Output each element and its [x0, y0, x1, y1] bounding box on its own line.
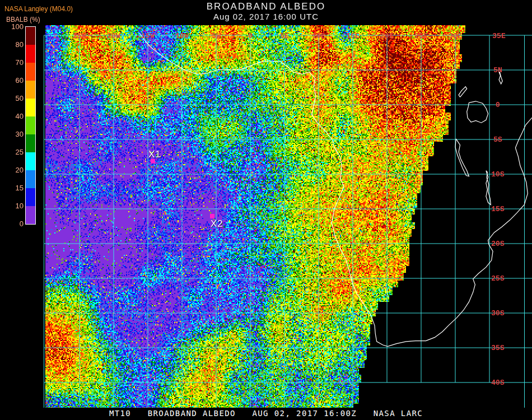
map-marker-label-x2: X2 [211, 218, 223, 230]
page-title: BROADBAND ALBEDO [0, 1, 532, 12]
colorbar-segment [26, 27, 35, 45]
colorbar-segment [26, 170, 35, 188]
colorbar-tick-label: 100 [2, 22, 24, 31]
colorbar-tick-label: 15 [2, 184, 24, 192]
colorbar-tick-label: 60 [2, 76, 24, 85]
colorbar-tick-label: 50 [2, 94, 24, 102]
colorbar-tick-label: 25 [2, 148, 24, 156]
colorbar-tick-label: 80 [2, 40, 24, 49]
colorbar-tick-label: 40 [2, 112, 24, 120]
colorbar-tick-label: 20 [2, 166, 24, 174]
status-bar-text: MT10 BROADBAND ALBEDO AUG 02, 2017 16:00… [0, 409, 532, 418]
colorbar-segment [26, 152, 35, 170]
status-bar: MT10 BROADBAND ALBEDO AUG 02, 2017 16:00… [0, 408, 532, 420]
colorbar-segment [26, 116, 35, 134]
colorbar-tick-label: 10 [2, 202, 24, 210]
colorbar-segment [26, 63, 35, 81]
colorbar [25, 26, 36, 225]
albedo-field-canvas[interactable] [0, 0, 532, 420]
colorbar-segment [26, 81, 35, 99]
map-marker-label-x1: X1 [148, 149, 161, 160]
albedo-map-screen: 25W20W15W10W5W05E10E15E20E25E30E35E5N05S… [0, 0, 532, 420]
colorbar-segment [26, 99, 35, 116]
colorbar-segment [26, 188, 35, 206]
colorbar-tick-label: 0 [2, 220, 24, 228]
map-marker-x2[interactable] [210, 214, 214, 218]
colorbar-tick-label: 70 [2, 58, 24, 67]
colorbar-segment [26, 206, 35, 224]
page-subtitle: Aug 02, 2017 16:00 UTC [0, 12, 532, 21]
colorbar-segment [26, 45, 35, 63]
colorbar-segment [26, 134, 35, 152]
source-label: NASA Langley (M04.0) [4, 5, 73, 13]
colorbar-tick-label: 30 [2, 130, 24, 138]
